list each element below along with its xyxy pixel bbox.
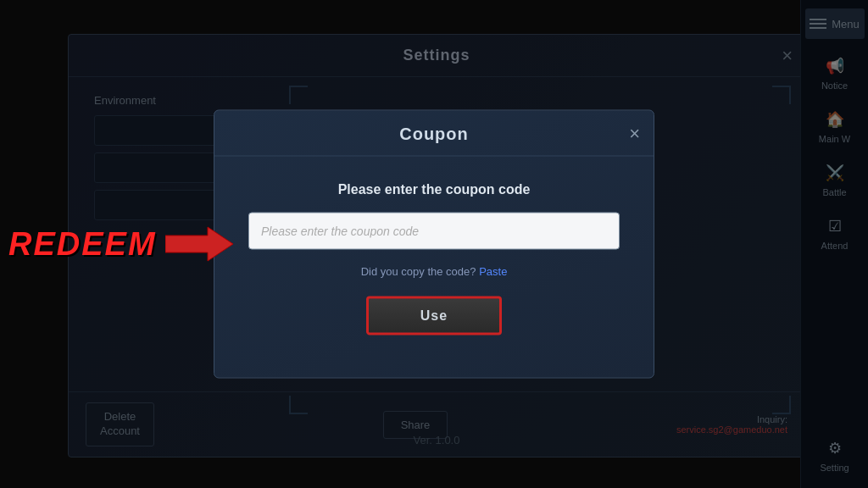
svg-marker-0 — [165, 227, 233, 261]
arrow-icon — [165, 223, 233, 265]
use-button-wrapper: Use — [366, 297, 502, 336]
redeem-label: REDEEM — [8, 226, 157, 263]
copy-hint-text: Did you copy the code? Paste — [361, 265, 508, 278]
paste-link[interactable]: Paste — [479, 265, 507, 278]
use-button[interactable]: Use — [366, 297, 502, 336]
arrow-indicator — [165, 223, 233, 265]
coupon-close-button[interactable]: × — [629, 122, 640, 144]
coupon-modal: Coupon × Please enter the coupon code Di… — [214, 110, 654, 379]
coupon-header: Coupon × — [214, 111, 654, 157]
coupon-code-input[interactable] — [248, 213, 620, 250]
coupon-title: Coupon — [399, 125, 469, 144]
coupon-body: Please enter the coupon code Did you cop… — [214, 157, 654, 352]
coupon-instruction-text: Please enter the coupon code — [338, 182, 531, 197]
